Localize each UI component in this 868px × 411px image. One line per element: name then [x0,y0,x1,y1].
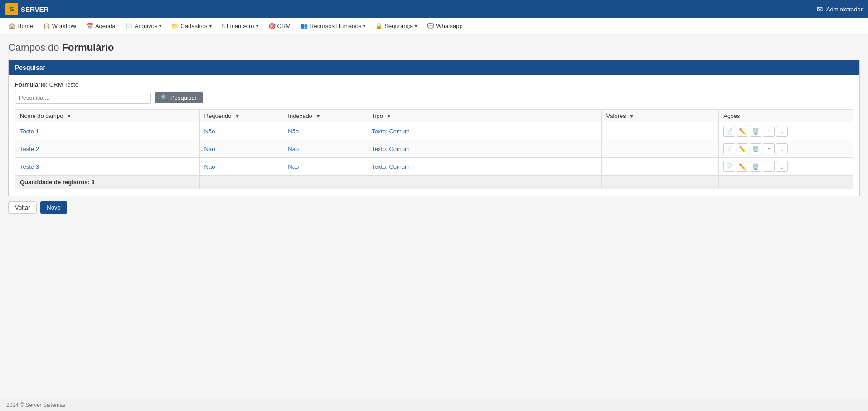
copy-button[interactable]: 📄 [723,161,735,172]
copy-button[interactable]: 📄 [723,143,735,154]
cell-requerido: Não [199,158,283,176]
delete-button[interactable]: 🗑️ [750,143,761,154]
nav-item-seguranca[interactable]: 🔒 Segurança ▾ [371,20,422,32]
edit-button[interactable]: ✏️ [737,126,748,137]
delete-button[interactable]: 🗑️ [750,126,761,137]
move-up-button[interactable]: ↑ [763,126,775,137]
cell-acoes: 📄 ✏️ 🗑️ ↑ ↓ [719,122,853,140]
cell-requerido: Não [199,122,283,140]
search-row: 🔍 Pesquisar [15,92,853,104]
page-title-bold: Formulário [62,42,114,53]
edit-button[interactable]: ✏️ [737,143,748,154]
nome-link[interactable]: Teste 1 [20,128,39,135]
col-act-label: Ações [723,113,740,119]
bottom-actions: Voltar Novo [8,201,860,214]
filter-icon-val[interactable]: ▼ [629,113,634,119]
footer-empty-4 [601,176,719,189]
cell-tipo: Texto: Comum [367,158,601,176]
footer-empty-5 [719,176,853,189]
chevron-down-icon: ▾ [159,24,161,29]
filter-icon-tipo[interactable]: ▼ [387,113,392,119]
idx-value: Não [288,163,299,170]
move-up-button[interactable]: ↑ [763,161,775,172]
move-up-button[interactable]: ↑ [763,143,775,154]
page-title: Campos do Formulário [8,42,860,54]
nav-item-rh[interactable]: 👥 Recursos Humanos ▾ [296,20,370,32]
req-value: Não [204,163,215,170]
nav-item-whatsapp[interactable]: 💬 Whatsapp [422,20,467,32]
seguranca-icon: 🔒 [375,23,383,29]
admin-label: Administrador [826,6,863,13]
filter-icon-nome[interactable]: ▼ [67,113,72,119]
chevron-down-icon-financeiro: ▾ [256,24,258,29]
delete-button[interactable]: 🗑️ [750,161,761,172]
search-button[interactable]: 🔍 Pesquisar [155,92,203,103]
nav-item-agenda[interactable]: 📅 Agenda [82,20,120,32]
nav-item-crm[interactable]: 🎯 CRM [264,20,296,32]
panel-body: Formulário: CRM Teste 🔍 Pesquisar Nome d… [9,75,859,196]
footer-empty-1 [199,176,283,189]
nav-item-workflow[interactable]: 📋 Workflow [39,20,81,32]
page-content: Campos do Formulário Pesquisar Formulári… [0,34,868,221]
edit-button[interactable]: ✏️ [737,161,748,172]
col-tipo-label: Tipo [372,113,383,119]
req-value: Não [204,146,215,152]
col-val-label: Valores [606,113,626,119]
back-button[interactable]: Voltar [8,201,37,214]
nome-link[interactable]: Teste 3 [20,163,39,170]
nav-label-arquivos: Arquivos [135,23,158,29]
new-button[interactable]: Novo [40,201,67,214]
table-footer-row: Quantidade de registros: 3 [15,176,853,189]
topbar: S SERVER ✉ Administrador [0,0,868,18]
financeiro-icon: $ [222,23,225,29]
col-idx-label: Indexado [288,113,312,119]
move-down-button[interactable]: ↓ [776,161,788,172]
workflow-icon: 📋 [43,23,50,29]
cell-tipo: Texto: Comum [367,122,601,140]
form-label-key: Formulário: [15,81,48,88]
mail-icon: ✉ [817,5,823,14]
nav-item-home[interactable]: 🏠 Home [4,20,38,32]
move-down-button[interactable]: ↓ [776,143,788,154]
home-icon: 🏠 [8,23,15,29]
cell-nome: Teste 1 [15,122,200,140]
table-header-row: Nome do campo ▼ Requerido ▼ Indexado ▼ [15,110,853,122]
arquivos-icon: 📄 [126,23,133,29]
cadastros-icon: 📁 [171,23,179,29]
rh-icon: 👥 [301,23,308,29]
nav-item-arquivos[interactable]: 📄 Arquivos ▾ [121,20,166,32]
chevron-down-icon-seguranca: ▾ [415,24,417,29]
search-input[interactable] [15,92,151,104]
idx-value: Não [288,128,299,135]
nome-link[interactable]: Teste 2 [20,146,39,152]
filter-icon-idx[interactable]: ▼ [315,113,320,119]
nav-item-financeiro[interactable]: $ Financeiro ▾ [217,20,263,32]
col-header-acoes: Ações [719,110,853,122]
table-row: Teste 2 Não Não Texto: Comum 📄 ✏️ 🗑️ ↑ ↓ [15,140,853,158]
cell-nome: Teste 2 [15,140,200,158]
topbar-right: ✉ Administrador [817,5,863,14]
cell-acoes: 📄 ✏️ 🗑️ ↑ ↓ [719,158,853,176]
cell-valores [601,140,719,158]
action-btns: 📄 ✏️ 🗑️ ↑ ↓ [723,161,848,172]
col-req-label: Requerido [204,113,232,119]
panel-header-label: Pesquisar [15,64,45,71]
search-button-label: Pesquisar [170,94,197,101]
search-panel: Pesquisar Formulário: CRM Teste 🔍 Pesqui… [8,60,860,196]
cell-tipo: Texto: Comum [367,140,601,158]
nav-label-whatsapp: Whatsapp [436,23,463,29]
action-btns: 📄 ✏️ 🗑️ ↑ ↓ [723,126,848,137]
logo-letter: S [10,5,14,13]
nav-item-cadastros[interactable]: 📁 Cadastros ▾ [167,20,216,32]
nav-label-financeiro: Financeiro [227,23,254,29]
filter-icon-req[interactable]: ▼ [235,113,240,119]
logo-icon: S [5,3,18,15]
copy-button[interactable]: 📄 [723,126,735,137]
idx-value: Não [288,146,299,152]
col-nome-label: Nome do campo [20,113,63,119]
move-down-button[interactable]: ↓ [776,126,788,137]
cell-valores [601,158,719,176]
nav-label-agenda: Agenda [95,23,116,29]
col-header-requerido: Requerido ▼ [199,110,283,122]
data-table: Nome do campo ▼ Requerido ▼ Indexado ▼ [15,109,853,189]
